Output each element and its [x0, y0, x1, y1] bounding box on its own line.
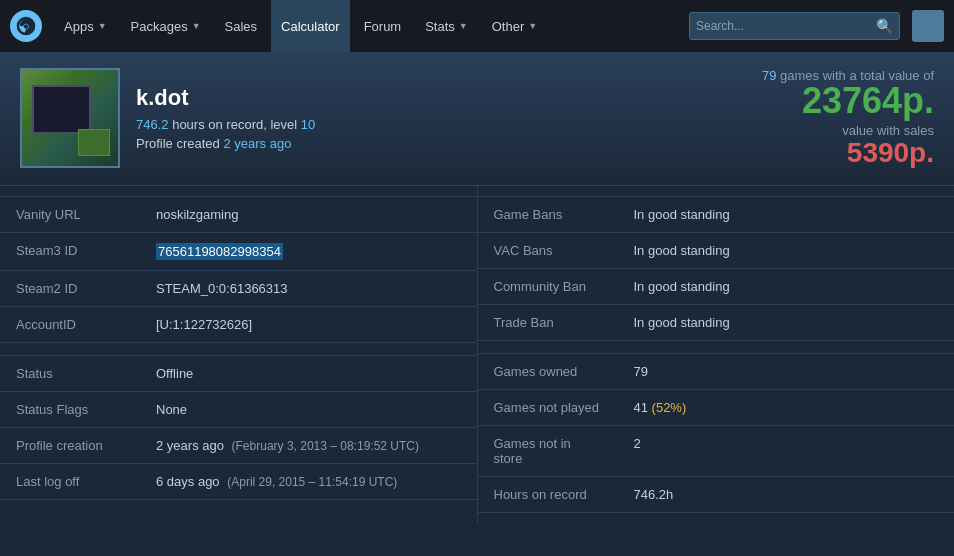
- nav-forum[interactable]: Forum: [354, 0, 412, 52]
- nav-apps[interactable]: Apps ▼: [54, 0, 117, 52]
- nav-other[interactable]: Other ▼: [482, 0, 547, 52]
- table-row: Games not in store 2: [478, 425, 955, 476]
- val-steam3id: 76561198082998354: [140, 232, 477, 270]
- table-row: Profile creation 2 years ago (February 3…: [0, 427, 477, 463]
- main-content: Vanity URL noskilzgaming Steam3 ID 76561…: [0, 186, 954, 523]
- key-steam3id: Steam3 ID: [0, 232, 140, 270]
- profile-header: k.dot 746.2 hours on record, level 10 Pr…: [0, 52, 954, 186]
- divider-row: [0, 342, 477, 355]
- nav-calculator[interactable]: Calculator: [271, 0, 350, 52]
- profile-info: k.dot 746.2 hours on record, level 10 Pr…: [136, 85, 762, 151]
- nav-sales[interactable]: Sales: [215, 0, 268, 52]
- table-row: Steam3 ID 76561198082998354: [0, 232, 477, 270]
- profile-created: Profile created 2 years ago: [136, 136, 762, 151]
- key-trade-ban: Trade Ban: [478, 304, 618, 340]
- table-row: Vanity URL noskilzgaming: [0, 196, 477, 232]
- key-games-not-played: Games not played: [478, 389, 618, 425]
- steam-logo[interactable]: [10, 10, 42, 42]
- packages-arrow-icon: ▼: [192, 21, 201, 31]
- search-bar[interactable]: 🔍: [689, 12, 900, 40]
- val-games-owned: 79: [618, 353, 955, 389]
- table-row: Status Offline: [0, 355, 477, 391]
- right-info-table: Game Bans In good standing VAC Bans In g…: [478, 196, 955, 513]
- search-icon: 🔍: [876, 18, 893, 34]
- table-row: Games not played 41 (52%): [478, 389, 955, 425]
- val-community-ban: In good standing: [618, 268, 955, 304]
- nav-stats[interactable]: Stats ▼: [415, 0, 478, 52]
- avatar-image: [22, 70, 118, 166]
- table-row: Community Ban In good standing: [478, 268, 955, 304]
- val-last-log-off: 6 days ago (April 29, 2015 – 11:54:19 UT…: [140, 463, 477, 499]
- svg-point-1: [24, 24, 28, 28]
- other-arrow-icon: ▼: [528, 21, 537, 31]
- apps-arrow-icon: ▼: [98, 21, 107, 31]
- total-value: 23764p.: [762, 83, 934, 119]
- val-games-not-in-store: 2: [618, 425, 955, 476]
- profile-stats: 79 games with a total value of 23764p. v…: [762, 68, 934, 169]
- profile-name: k.dot: [136, 85, 762, 111]
- val-steam2id: STEAM_0:0:61366313: [140, 270, 477, 306]
- table-row: Status Flags None: [0, 391, 477, 427]
- key-status-flags: Status Flags: [0, 391, 140, 427]
- key-last-log-off: Last log off: [0, 463, 140, 499]
- nav-packages[interactable]: Packages ▼: [121, 0, 211, 52]
- table-row: Games owned 79: [478, 353, 955, 389]
- key-hours-on-record: Hours on record: [478, 476, 618, 512]
- val-vac-bans: In good standing: [618, 232, 955, 268]
- key-status: Status: [0, 355, 140, 391]
- search-input[interactable]: [696, 19, 876, 33]
- table-row: VAC Bans In good standing: [478, 232, 955, 268]
- stats-arrow-icon: ▼: [459, 21, 468, 31]
- val-hours-on-record: 746.2h: [618, 476, 955, 512]
- key-vanity-url: Vanity URL: [0, 196, 140, 232]
- val-games-not-played: 41 (52%): [618, 389, 955, 425]
- key-game-bans: Game Bans: [478, 196, 618, 232]
- divider-row: [478, 340, 955, 353]
- val-accountid: [U:1:122732626]: [140, 306, 477, 342]
- table-row: AccountID [U:1:122732626]: [0, 306, 477, 342]
- user-avatar[interactable]: [912, 10, 944, 42]
- val-status-flags: None: [140, 391, 477, 427]
- table-row: Last log off 6 days ago (April 29, 2015 …: [0, 463, 477, 499]
- table-row: Steam2 ID STEAM_0:0:61366313: [0, 270, 477, 306]
- table-row: Game Bans In good standing: [478, 196, 955, 232]
- key-profile-creation: Profile creation: [0, 427, 140, 463]
- key-games-owned: Games owned: [478, 353, 618, 389]
- key-steam2id: Steam2 ID: [0, 270, 140, 306]
- sales-label: value with sales: [762, 123, 934, 138]
- navbar: Apps ▼ Packages ▼ Sales Calculator Forum…: [0, 0, 954, 52]
- val-vanity-url: noskilzgaming: [140, 196, 477, 232]
- right-panel: Game Bans In good standing VAC Bans In g…: [478, 186, 955, 523]
- table-row: Trade Ban In good standing: [478, 304, 955, 340]
- sales-value: 5390p.: [762, 138, 934, 169]
- val-trade-ban: In good standing: [618, 304, 955, 340]
- left-panel: Vanity URL noskilzgaming Steam3 ID 76561…: [0, 186, 477, 523]
- left-info-table: Vanity URL noskilzgaming Steam3 ID 76561…: [0, 196, 477, 500]
- table-row: Hours on record 746.2h: [478, 476, 955, 512]
- key-community-ban: Community Ban: [478, 268, 618, 304]
- val-status: Offline: [140, 355, 477, 391]
- val-game-bans: In good standing: [618, 196, 955, 232]
- key-accountid: AccountID: [0, 306, 140, 342]
- profile-avatar: [20, 68, 120, 168]
- key-vac-bans: VAC Bans: [478, 232, 618, 268]
- key-games-not-in-store: Games not in store: [478, 425, 618, 476]
- profile-hours: 746.2 hours on record, level 10: [136, 117, 762, 132]
- val-profile-creation: 2 years ago (February 3, 2013 – 08:19:52…: [140, 427, 477, 463]
